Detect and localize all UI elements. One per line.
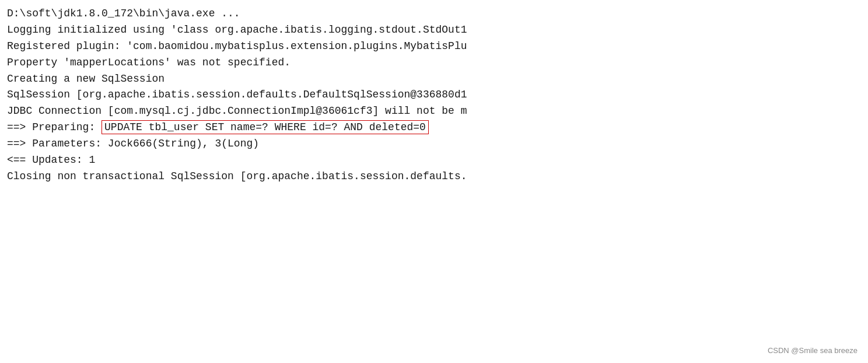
console-line-7: JDBC Connection [com.mysql.cj.jdbc.Conne… (7, 103, 861, 120)
console-text-5: Creating a new SqlSession (7, 73, 164, 85)
console-line-4: Property 'mapperLocations' was not speci… (7, 55, 861, 71)
console-line-9: ==> Parameters: Jock666(String), 3(Long) (7, 136, 861, 152)
console-text-1: D:\soft\jdk1.8.0_172\bin\java.exe ... (7, 8, 240, 19)
console-line-11: Closing non transactional SqlSession [or… (7, 169, 861, 185)
console-line-3: Registered plugin: 'com.baomidou.mybatis… (7, 39, 861, 55)
console-text-3: Registered plugin: 'com.baomidou.mybatis… (7, 40, 467, 52)
console-text-10: <== Updates: 1 (7, 154, 95, 166)
watermark: CSDN @Smile sea breeze (768, 346, 858, 355)
console-text-4: Property 'mapperLocations' was not speci… (7, 57, 290, 68)
watermark-text: CSDN @Smile sea breeze (768, 346, 858, 355)
console-container: D:\soft\jdk1.8.0_172\bin\java.exe ... Lo… (0, 0, 868, 363)
console-line-6: SqlSession [org.apache.ibatis.session.de… (7, 87, 861, 103)
console-text-2: Logging initialized using 'class org.apa… (7, 24, 467, 36)
console-line-10: <== Updates: 1 (7, 152, 861, 169)
console-text-11: Closing non transactional SqlSession [or… (7, 170, 467, 182)
console-text-9: ==> Parameters: Jock666(String), 3(Long) (7, 138, 259, 149)
sql-highlighted: UPDATE tbl_user SET name=? WHERE id=? AN… (102, 120, 429, 134)
console-text-6: SqlSession [org.apache.ibatis.session.de… (7, 89, 467, 100)
console-line-1: D:\soft\jdk1.8.0_172\bin\java.exe ... (7, 6, 861, 22)
console-line-8: ==> Preparing: UPDATE tbl_user SET name=… (7, 120, 861, 136)
console-line-2: Logging initialized using 'class org.apa… (7, 22, 861, 39)
console-line-5: Creating a new SqlSession (7, 71, 861, 88)
console-preparing-prefix: ==> Preparing: (7, 121, 102, 133)
console-text-7: JDBC Connection [com.mysql.cj.jdbc.Conne… (7, 105, 467, 117)
